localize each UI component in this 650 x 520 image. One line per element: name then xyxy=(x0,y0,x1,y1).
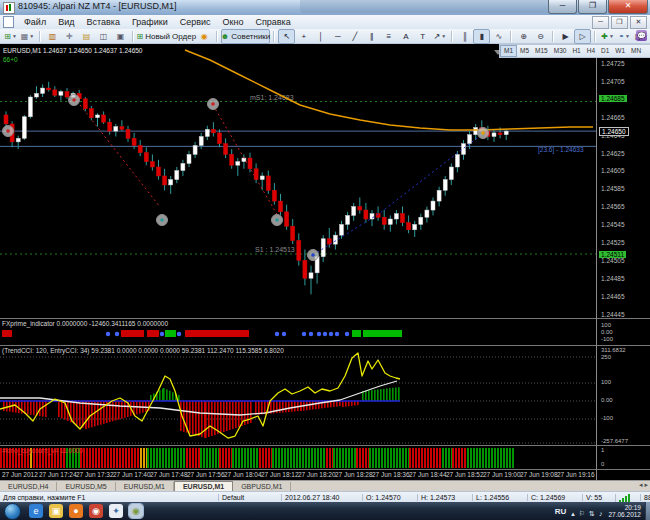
timeframe-M30[interactable]: M30 xyxy=(551,46,570,56)
crosshair-icon[interactable]: + xyxy=(295,29,312,44)
candlestick-chart-icon[interactable]: ▮ xyxy=(473,29,490,44)
chart-shift-icon[interactable]: ▷ xyxy=(574,29,591,44)
cci-histogram-bar xyxy=(315,401,317,409)
menu-item-Окно[interactable]: Окно xyxy=(217,16,250,28)
timeframe-MN[interactable]: MN xyxy=(628,46,644,56)
horizontal-line-icon[interactable]: ─ xyxy=(329,29,346,44)
mdi-close-button[interactable]: ✕ xyxy=(630,16,647,29)
menu-item-Вид[interactable]: Вид xyxy=(52,16,80,28)
alpari-icon[interactable]: ◉ xyxy=(129,504,143,518)
timeframe-W1[interactable]: W1 xyxy=(612,46,628,56)
timeframe-M5[interactable]: M5 xyxy=(517,46,532,56)
status-profile[interactable]: Default xyxy=(218,494,281,501)
menu-item-Графики[interactable]: Графики xyxy=(126,16,174,28)
mdi-minimize-button[interactable]: ─ xyxy=(592,16,609,29)
title-bar[interactable]: 810945: Alpari NZ MT4 - [EURUSD,M1] ─ ❐ … xyxy=(0,0,650,16)
text-icon[interactable]: A xyxy=(397,29,414,44)
explorer-icon[interactable]: ▣ xyxy=(49,504,63,518)
fibonacci-icon[interactable]: ≡ xyxy=(380,29,397,44)
new-chart-icon[interactable]: ⊞▼ xyxy=(2,29,19,44)
kino-panel[interactable]: #kino_buycount_v4 11.0000 10 xyxy=(0,445,650,470)
kino-bar xyxy=(147,448,149,468)
bear-candle xyxy=(108,122,112,131)
auto-scroll-icon[interactable]: ▶ xyxy=(557,29,574,44)
bar-chart-icon[interactable]: ║ xyxy=(456,29,473,44)
cci-histogram-bar xyxy=(3,401,5,411)
kino-bar xyxy=(418,448,420,468)
cursor-icon[interactable]: ↖ xyxy=(278,29,295,44)
trendline xyxy=(313,135,481,255)
strategy-tester-icon[interactable]: ▣ xyxy=(112,29,129,44)
cci-histogram-bar xyxy=(351,401,353,406)
taskbar-clock[interactable]: 20:19 27.06.2012 xyxy=(608,504,641,518)
cci-histogram-bar xyxy=(282,401,284,413)
network-icon[interactable]: ⇅ xyxy=(589,510,595,517)
language-indicator[interactable]: RU xyxy=(555,507,567,516)
candlestick-canvas[interactable]: mS1: 1.24683S1 : 1.24513 xyxy=(0,46,596,318)
zoom-out-icon[interactable]: ⊖ xyxy=(532,29,549,44)
new-order-button[interactable]: ⊞Новый Ордер xyxy=(137,29,196,44)
kino-bar xyxy=(162,448,164,468)
ie-icon[interactable]: e xyxy=(29,504,43,518)
menu-item-Вставка[interactable]: Вставка xyxy=(80,16,125,28)
trendline-icon[interactable]: ╱ xyxy=(346,29,363,44)
data-window-icon[interactable]: ✛ xyxy=(61,29,78,44)
window-layout-icon[interactable]: ▦▼ xyxy=(19,29,36,44)
timeframe-H1[interactable]: H1 xyxy=(569,46,583,56)
hidden-icons-button[interactable]: ▴ xyxy=(571,510,575,517)
bear-candle xyxy=(401,214,405,223)
auto-scroll-icon: ▶ xyxy=(563,32,569,41)
bull-candle xyxy=(504,131,508,135)
market-watch-icon[interactable]: ▥ xyxy=(44,29,61,44)
minimize-button[interactable]: ─ xyxy=(548,0,577,14)
alert-icon[interactable]: ◉ xyxy=(196,29,213,44)
action-center-icon[interactable]: ⚐ xyxy=(579,510,585,517)
kino-bar xyxy=(287,448,289,468)
menu-item-Файл[interactable]: Файл xyxy=(18,16,52,28)
signal-marker-dot xyxy=(311,253,315,257)
expert-advisors-button[interactable]: ☻Советники xyxy=(221,29,271,44)
kino-canvas xyxy=(0,446,596,470)
arrows-icon[interactable]: ↗▼ xyxy=(431,29,448,44)
cci-histogram-bar xyxy=(389,388,391,401)
timeframe-M15[interactable]: M15 xyxy=(532,46,551,56)
price-chart[interactable]: EURUSD,M1 1.24637 1.24650 1.24637 1.2465… xyxy=(0,46,650,318)
kino-bar xyxy=(189,448,191,468)
timeframe-H4[interactable]: H4 xyxy=(584,46,598,56)
vertical-line-icon[interactable]: │ xyxy=(312,29,329,44)
kino-bar xyxy=(256,448,258,468)
volume-icon[interactable]: ♪ xyxy=(599,510,603,517)
bull-candle xyxy=(236,162,240,166)
cci-histogram-bar xyxy=(345,401,347,407)
label-icon[interactable]: T xyxy=(414,29,431,44)
start-button[interactable] xyxy=(4,503,21,520)
fxprime-panel[interactable]: FXprime_indicator 0.0000000 -12460.34111… xyxy=(0,318,650,346)
cci-histogram-bar xyxy=(392,388,394,401)
tab-scroll-arrows[interactable]: ◂ ▸ xyxy=(639,481,648,489)
cci-histogram-bar xyxy=(136,401,138,414)
zoom-in-icon[interactable]: ⊕ xyxy=(515,29,532,44)
periods-icon[interactable]: ◓▼ xyxy=(616,29,633,44)
fxprime-dot xyxy=(275,332,279,336)
timeframe-D1[interactable]: D1 xyxy=(598,46,612,56)
media-player-icon[interactable]: ● xyxy=(69,504,83,518)
close-button[interactable]: ✕ xyxy=(608,0,648,14)
line-chart-icon[interactable]: ∿ xyxy=(490,29,507,44)
terminal-icon[interactable]: ◫ xyxy=(95,29,112,44)
kino-bar xyxy=(219,448,221,468)
chrome-icon[interactable]: ◉ xyxy=(89,504,103,518)
timeframe-M1[interactable]: M1 xyxy=(500,45,517,57)
kino-bar xyxy=(378,448,380,468)
show-desktop-button[interactable] xyxy=(645,502,650,520)
chat-icon[interactable]: 💬 xyxy=(636,30,647,41)
trendcci-panel[interactable]: (TrendCCI: 120, EntryCCI: 34) 59.2381 0.… xyxy=(0,345,650,446)
toolbar-separator xyxy=(132,31,134,42)
maximize-button[interactable]: ❐ xyxy=(578,0,607,14)
mdi-restore-button[interactable]: ❐ xyxy=(611,16,628,29)
menu-item-Справка[interactable]: Справка xyxy=(249,16,296,28)
indicators-icon[interactable]: ✚▼ xyxy=(599,29,616,44)
mt4-app-icon[interactable]: ✦ xyxy=(109,504,123,518)
navigator-icon[interactable]: ▤ xyxy=(78,29,95,44)
channel-icon[interactable]: ∥ xyxy=(363,29,380,44)
menu-item-Сервис[interactable]: Сервис xyxy=(174,16,217,28)
